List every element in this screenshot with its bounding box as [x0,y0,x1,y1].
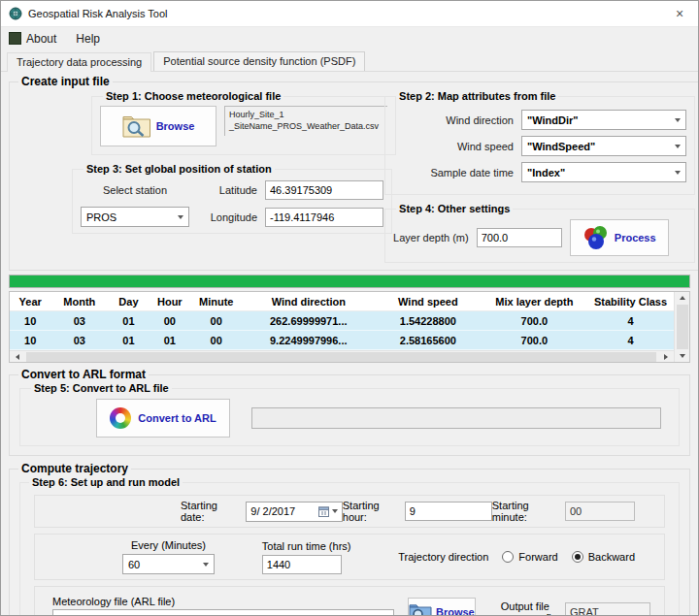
col-header-year[interactable]: Year [10,296,50,308]
grid-header-row: Year Month Day Hour Minute Wind directio… [10,292,674,311]
browse-met-file-button[interactable]: Browse [100,106,216,146]
station-select[interactable]: PROS [81,207,189,227]
help-menu-label: Help [76,32,100,46]
every-minutes-select[interactable]: 60 [122,554,215,574]
met-file-field[interactable] [52,609,394,616]
col-header-day[interactable]: Day [108,296,149,308]
backward-radio[interactable]: Backward [572,551,635,563]
app-icon [9,7,22,20]
scroll-right-icon[interactable] [658,351,674,363]
forward-radio[interactable]: Forward [502,551,557,563]
scroll-left-icon[interactable] [10,351,25,363]
radio-checked-icon [572,551,583,563]
starting-date-value: 9/ 2/2017 [250,505,315,517]
col-header-hour[interactable]: Hour [150,296,190,308]
horizontal-scrollbar[interactable] [10,350,674,362]
cell-wind-speed: 2.58165600 [375,335,481,346]
cell-wind-direction: 9.2249997996... [242,335,375,346]
starting-hour-field[interactable] [405,502,492,521]
browse-met-file-label: Browse [156,120,195,132]
cell-minute: 00 [190,315,242,327]
col-header-month[interactable]: Month [50,296,108,308]
wind-direction-select[interactable]: "WindDir" [521,110,686,130]
run-settings-row: Every (Minutes) 60 Total run time (hrs) … [34,534,665,580]
wind-speed-select[interactable]: "WindSpeed" [521,136,686,156]
col-header-wind-direction[interactable]: Wind direction [242,296,375,308]
latitude-field[interactable] [265,180,383,200]
chevron-down-icon [178,215,183,219]
title-bar[interactable]: Geospatial Risk Analysis Tool × [1,1,698,26]
met-file-row: Meteorology file (ARL file) B [34,586,665,616]
about-menu-label: About [26,32,56,46]
total-run-time-field[interactable] [262,555,342,574]
layer-depth-label: Layer depth (m) [393,232,469,243]
group-compute-trajectory-title: Compute trajectory [18,462,131,475]
every-minutes-value: 60 [128,559,199,570]
cell-stability-class: 4 [587,335,674,346]
tab-psdf[interactable]: Potential source density function (PSDF) [153,51,365,71]
table-row[interactable]: 10 03 01 01 00 9.2249997996... 2.5816560… [10,331,674,350]
group-step2: Step 2: Map attributes from file Wind di… [384,90,695,195]
output-prefix-field[interactable] [565,602,650,616]
step2-title: Step 2: Map attributes from file [396,90,558,102]
cell-mix-layer-depth: 700.0 [482,315,587,327]
scroll-down-icon[interactable] [675,350,690,362]
longitude-field[interactable] [265,208,383,227]
wind-direction-value: "WindDir" [527,114,671,126]
step1-title: Step 1: Choose meteorological file [103,90,283,102]
vertical-scrollbar[interactable] [674,292,689,362]
window-title: Geospatial Risk Analysis Tool [28,8,167,19]
step4-title: Step 4: Other settings [396,203,513,214]
vertical-scrollbar-thumb[interactable] [677,305,688,349]
table-row[interactable]: 10 03 01 00 00 262.69999971... 1.5422880… [10,311,674,331]
process-button[interactable]: Process [570,219,669,256]
select-station-label: Select station [81,184,189,196]
blue-folder-search-icon [409,602,432,616]
cell-stability-class: 4 [587,315,674,327]
latitude-label: Latitude [197,184,257,196]
tab-trajectory-data-processing[interactable]: Trajectory data processing [7,52,151,72]
chosen-file-line1: Hourly_Site_1 [229,109,383,120]
step5-title: Step 5: Convert to ARL file [31,382,172,394]
starting-date-picker[interactable]: 9/ 2/2017 [246,502,342,522]
browse-arl-file-button[interactable]: Browse [408,598,476,616]
tab-strip: Trajectory data processing Potential sou… [1,49,698,71]
col-header-minute[interactable]: Minute [190,296,242,308]
convert-to-arl-button[interactable]: Convert to ARL [96,399,230,438]
process-button-label: Process [615,232,656,243]
convert-to-arl-label: Convert to ARL [138,412,216,424]
group-step4: Step 4: Other settings Layer depth (m) [384,203,695,263]
menu-item-about[interactable]: About [9,32,56,46]
sample-date-time-value: "Index" [527,167,671,178]
wind-direction-label: Wind direction [416,114,514,126]
menu-item-help[interactable]: Help [76,32,100,46]
longitude-label: Longitude [197,211,257,223]
backward-radio-label: Backward [588,551,635,563]
chevron-down-icon [675,118,681,122]
starting-minute-field[interactable] [565,502,635,521]
cell-mix-layer-depth: 700.0 [482,335,587,346]
folder-search-icon [122,113,151,140]
col-header-stability-class[interactable]: Stability Class [587,296,674,308]
layer-depth-field[interactable] [477,228,562,247]
group-step3: Step 3: Set global position of station S… [72,163,392,234]
scroll-up-icon[interactable] [675,292,690,304]
group-step5: Step 5: Convert to ARL file Convert to A… [19,382,680,446]
chevron-down-icon [675,171,681,175]
cell-day: 01 [108,335,149,346]
group-convert-arl: Convert to ARL format Step 5: Convert to… [9,368,690,456]
cell-minute: 00 [190,335,242,346]
close-icon[interactable]: × [663,2,696,25]
forward-radio-label: Forward [518,551,557,563]
col-header-mix-layer-depth[interactable]: Mix layer depth [482,296,587,308]
chevron-down-icon [332,509,338,513]
col-header-wind-speed[interactable]: Wind speed [375,296,481,308]
weather-data-grid: Year Month Day Hour Minute Wind directio… [9,291,690,363]
app-window: Geospatial Risk Analysis Tool × About He… [0,0,699,616]
sample-date-time-select[interactable]: "Index" [521,162,686,182]
step3-title: Step 3: Set global position of station [83,163,275,175]
process-progress-bar [9,275,690,288]
horizontal-scrollbar-thumb[interactable] [26,352,656,362]
cell-hour: 00 [150,315,190,327]
step6-title: Step 6: Set up and run model [29,476,183,488]
